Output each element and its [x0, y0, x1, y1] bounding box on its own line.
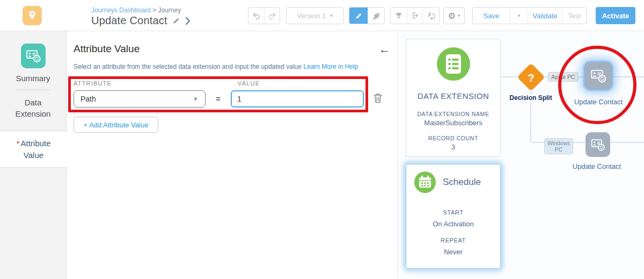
update-contact-node-label-bottom: Update Contact [562, 162, 632, 170]
copy-activities-button[interactable] [368, 8, 384, 24]
gear-icon: ⚙ [448, 11, 456, 21]
branch-label-windows-pc[interactable]: Windows PC [544, 138, 573, 154]
sidebar-item-data-extension[interactable]: Data Extension [10, 97, 56, 119]
value-column-label: VALUE [238, 80, 260, 87]
learn-more-help-link[interactable]: Learn More in Help [303, 63, 358, 70]
journey-canvas: ? Decision Split Apple PC Windows PC Upd… [397, 31, 644, 279]
schedule-repeat-label: REPEAT [406, 237, 500, 244]
validate-button-label: Validate [532, 12, 557, 20]
data-extension-name-value: MasterSubscribers [406, 119, 500, 127]
trophy-goal-icon [394, 11, 403, 20]
attribute-selected-value: Path [80, 95, 193, 103]
update-contact-node-label-top: Update Contact [564, 98, 633, 106]
stamp-copy-icon [372, 11, 381, 20]
schedule-card[interactable]: Schedule START On Activation REPEAT Neve… [406, 164, 501, 269]
journey-title-row: Update Contact [91, 15, 191, 27]
version-caret-icon: ▾ [330, 13, 333, 18]
back-arrow-icon[interactable]: ← [379, 43, 390, 56]
redo-icon [268, 11, 277, 20]
schedule-start-value: On Activation [406, 220, 500, 228]
save-button-label: Save [484, 12, 500, 20]
location-pin-icon [25, 9, 39, 23]
data-extension-card-title: DATA EXTENSION [406, 91, 500, 101]
update-contact-node-bottom[interactable] [586, 132, 610, 157]
delete-attribute-button[interactable] [373, 92, 383, 106]
add-attribute-value-label: + Add Attribute Value [84, 121, 149, 129]
data-extension-name-label: DATA EXTENSION NAME [406, 111, 500, 117]
test-button-label: Test [568, 12, 581, 20]
required-asterisk: * [17, 139, 20, 148]
goal-button[interactable] [391, 8, 407, 24]
contact-card-sync-icon [587, 65, 610, 87]
settings-caret-icon: ▾ [458, 13, 460, 18]
panel-description: Select an attribute from the selected da… [74, 63, 358, 70]
pencil-icon [355, 12, 363, 20]
test-button[interactable]: Test [562, 8, 586, 24]
save-caret-icon: ▾ [518, 13, 521, 18]
decision-split-label: Decision Split [499, 94, 563, 102]
undo-button[interactable] [248, 8, 264, 24]
version-label: Version 1 [297, 12, 326, 20]
data-extension-icon-circle [437, 47, 470, 81]
sidebar-item-attribute-value-label: *Attribute Value [10, 138, 58, 161]
page-title: Update Contact [91, 15, 167, 27]
data-extension-list-icon [437, 47, 470, 81]
save-dropdown-button[interactable]: ▾ [510, 8, 528, 24]
breadcrumb-separator: > [152, 6, 156, 14]
journey-location-icon [23, 6, 42, 25]
redo-button[interactable] [264, 8, 280, 24]
attribute-select[interactable]: Path ▼ [74, 90, 206, 108]
add-attribute-value-button[interactable]: + Add Attribute Value [74, 117, 158, 133]
config-sidebar: Summary Data Extension *Attribute Value [0, 31, 67, 279]
undo-icon [252, 11, 261, 20]
save-actions-group: Save ▾ Validate Test [472, 7, 587, 24]
edit-copy-group [349, 7, 385, 24]
update-contact-activity-icon [21, 44, 46, 68]
contact-card-sync-icon [588, 134, 608, 155]
journey-tools-group [390, 7, 440, 24]
trash-icon [373, 92, 383, 104]
exit-criteria-button[interactable] [407, 8, 422, 24]
sidebar-item-attribute-value[interactable]: *Attribute Value [0, 132, 67, 167]
branch-label-apple-pc[interactable]: Apple PC [548, 72, 579, 82]
settings-menu-button[interactable]: ⚙ ▾ [443, 7, 465, 24]
schedule-start-label: START [406, 209, 500, 216]
activate-button-label: Activate [602, 12, 630, 20]
sidebar-top-block: Summary Data Extension [0, 31, 67, 131]
contact-card-sync-icon [23, 45, 44, 67]
schedule-card-header: Schedule [406, 164, 500, 193]
value-input[interactable] [231, 90, 364, 108]
breadcrumb-current: Journey [158, 6, 181, 14]
record-count-label: RECORD COUNT [406, 135, 500, 141]
panel-description-text: Select an attribute from the selected da… [74, 63, 302, 70]
schedule-repeat-value: Never [406, 248, 500, 256]
data-extension-card: DATA EXTENSION DATA EXTENSION NAME Maste… [406, 39, 501, 157]
sidebar-bottom-block [0, 167, 67, 279]
schedule-card-title: Schedule [443, 177, 481, 188]
sidebar-item-summary[interactable]: Summary [0, 74, 66, 83]
attribute-value-panel: Attribute Value ← Select an attribute fr… [67, 31, 397, 279]
top-header: Journeys Dashboard > Journey Update Cont… [0, 0, 644, 31]
chevron-right-icon[interactable] [185, 17, 191, 25]
attribute-value-label-text: Attribute Value [20, 139, 50, 160]
flow-reentry-icon [426, 11, 436, 20]
attribute-caret-icon: ▼ [193, 96, 199, 102]
panel-title: Attribute Value [74, 43, 140, 55]
undo-redo-group [248, 7, 280, 24]
edit-title-pencil-icon[interactable] [172, 17, 180, 25]
calendar-icon [414, 171, 436, 193]
record-count-value: 3 [406, 143, 500, 151]
update-contact-node-selected[interactable] [585, 62, 612, 89]
version-dropdown[interactable]: Version 1 ▾ [286, 7, 343, 24]
schedule-icon-circle [414, 171, 436, 193]
activate-button[interactable]: Activate [596, 7, 635, 24]
save-button[interactable]: Save [473, 8, 510, 24]
edit-mode-button[interactable] [349, 8, 368, 24]
decision-split-question-glyph[interactable]: ? [521, 69, 541, 89]
reenter-settings-button[interactable] [422, 8, 439, 24]
breadcrumb: Journeys Dashboard > Journey [91, 6, 181, 14]
breadcrumb-journeys-dashboard-link[interactable]: Journeys Dashboard [91, 6, 151, 14]
equals-sign: = [216, 94, 221, 103]
validate-button[interactable]: Validate [528, 8, 562, 24]
attribute-column-label: ATTRIBUTE [74, 80, 112, 87]
